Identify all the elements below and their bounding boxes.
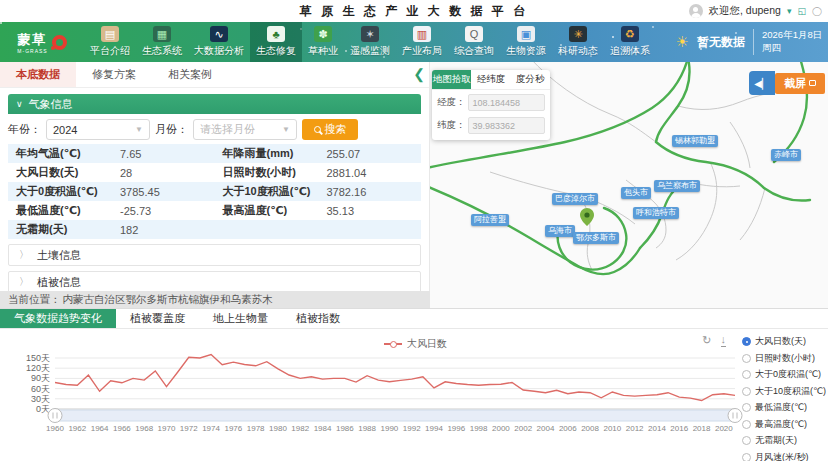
- nav-item-label: 草种业: [308, 44, 338, 58]
- nav-item-综合查询[interactable]: Q综合查询: [448, 22, 500, 62]
- fullscreen-icon[interactable]: ◱: [797, 6, 806, 16]
- logout-icon[interactable]: ◯: [812, 6, 822, 16]
- nav-item-遥感监测[interactable]: ✶遥感监测: [344, 22, 396, 62]
- map-tools: ◀▏ 截屏: [749, 71, 825, 95]
- industry-layout-icon: ▥: [413, 26, 431, 42]
- picker-tab-地图拾取[interactable]: 地图拾取: [432, 70, 471, 89]
- collapse-panel-icon[interactable]: ❮: [413, 66, 425, 82]
- map-view[interactable]: 锡林郭勒盟赤峰市乌兰察布市包头市巴彦淖尔市呼和浩特市阿拉善盟乌海市鄂尔多斯市 地…: [430, 62, 828, 308]
- radio-大于10度积温(℃)[interactable]: 大于10度积温(℃): [742, 385, 828, 398]
- region-label-呼和浩特市[interactable]: 呼和浩特市: [633, 207, 679, 219]
- titlebar-right: 欢迎您, dupeng ▾ ◱ ◯: [689, 0, 823, 22]
- logo-mark-icon: [52, 35, 67, 50]
- screenshot-button[interactable]: 截屏: [775, 73, 825, 94]
- search-button[interactable]: 搜索: [302, 119, 358, 140]
- field-cell: 大风日数(天)28: [8, 165, 215, 180]
- nav-item-产业布局[interactable]: ▥产业布局: [396, 22, 448, 62]
- chart-tab-植被指数[interactable]: 植被指数: [282, 309, 354, 328]
- location-pin-icon[interactable]: [580, 208, 594, 226]
- radio-月风速(米/秒)[interactable]: 月风速(米/秒): [742, 451, 828, 461]
- radio-最低温度(℃)[interactable]: 最低温度(℃): [742, 401, 828, 414]
- trend-line-chart[interactable]: 0天30天60天90天120天150天196019621964196619681…: [0, 343, 745, 443]
- chart-tab-地上生物量[interactable]: 地上生物量: [199, 309, 282, 328]
- radio-大风日数(天)[interactable]: 大风日数(天): [742, 335, 828, 348]
- region-label-鄂尔多斯市[interactable]: 鄂尔多斯市: [573, 232, 619, 244]
- field-value: 2881.04: [327, 167, 367, 179]
- radio-最高温度(℃)[interactable]: 最高温度(℃): [742, 418, 828, 431]
- radio-大于0度积温(℃)[interactable]: 大于0度积温(℃): [742, 368, 828, 381]
- nav-item-追溯体系[interactable]: ♻追溯体系: [604, 22, 656, 62]
- picker-tab-度分秒[interactable]: 度分秒: [511, 70, 550, 89]
- nav-item-平台介绍[interactable]: ▤平台介绍: [84, 22, 136, 62]
- radio-日照时数(小时)[interactable]: 日照时数(小时): [742, 352, 828, 365]
- region-label-巴彦淖尔市[interactable]: 巴彦淖尔市: [552, 193, 598, 205]
- region-label-乌兰察布市[interactable]: 乌兰察布市: [654, 180, 700, 192]
- radio-无霜期(天)[interactable]: 无霜期(天): [742, 434, 828, 447]
- chevron-down-icon: ▼: [282, 125, 290, 134]
- datazoom-handle-right[interactable]: [728, 409, 742, 423]
- section-植被信息[interactable]: 〉植被信息: [8, 271, 421, 293]
- grass-seed-icon: ✽: [314, 26, 332, 42]
- nav-item-label: 生物资源: [506, 44, 546, 58]
- voice-button[interactable]: ◀▏: [749, 71, 775, 95]
- x-axis-tick-label: 2002: [514, 424, 532, 433]
- weather-section-header[interactable]: ∨ 气象信息: [8, 94, 421, 114]
- picker-tabs: 地图拾取经纬度度分秒: [432, 70, 550, 90]
- nav-item-科研动态[interactable]: ✳科研动态: [552, 22, 604, 62]
- app-root: 草 原 生 态 产 业 大 数 据 平 台 欢迎您, dupeng ▾ ◱ ◯ …: [0, 0, 828, 461]
- year-select[interactable]: 2024 ▼: [46, 119, 150, 140]
- picker-tab-经纬度[interactable]: 经纬度: [471, 70, 510, 89]
- panel-tabs: 本底数据修复方案相关案例: [0, 62, 429, 88]
- nav-item-生态系统[interactable]: ▦生态系统: [136, 22, 188, 62]
- nav-item-生物资源[interactable]: ▣生物资源: [500, 22, 552, 62]
- remote-sensing-icon: ✶: [361, 26, 379, 42]
- bigdata-analysis-icon: ∿: [210, 26, 228, 42]
- nav-item-label: 生态修复: [256, 44, 296, 58]
- datazoom-handle-left[interactable]: [48, 409, 62, 423]
- x-axis-tick-label: 2006: [559, 424, 577, 433]
- field-row: 大于0度积温(℃)3785.45大于10度积温(℃)3782.16: [8, 182, 421, 201]
- month-placeholder: 请选择月份: [200, 122, 255, 137]
- theme-icon[interactable]: ▾: [787, 6, 792, 16]
- radio-label: 无霜期(天): [755, 434, 797, 447]
- chevron-down-icon: ∨: [16, 99, 23, 109]
- chart-tab-气象数据趋势变化[interactable]: 气象数据趋势变化: [0, 309, 116, 328]
- datazoom-slider[interactable]: [55, 410, 735, 421]
- titlebar: 草 原 生 态 产 业 大 数 据 平 台 欢迎您, dupeng ▾ ◱ ◯: [0, 0, 828, 22]
- region-label-乌海市[interactable]: 乌海市: [545, 225, 575, 237]
- region-label-锡林郭勒盟[interactable]: 锡林郭勒盟: [672, 135, 718, 147]
- field-value: 3785.45: [120, 186, 160, 198]
- x-axis-tick-label: 2016: [670, 424, 688, 433]
- nav-item-label: 追溯体系: [610, 44, 650, 58]
- chart-tab-植被覆盖度[interactable]: 植被覆盖度: [116, 309, 199, 328]
- month-select[interactable]: 请选择月份 ▼: [193, 119, 297, 140]
- section-土壤信息[interactable]: 〉土壤信息: [8, 244, 421, 266]
- nav-item-大数据分析[interactable]: ∿大数据分析: [188, 22, 250, 62]
- nav-item-label: 遥感监测: [350, 44, 390, 58]
- x-axis-tick-label: 1984: [314, 424, 332, 433]
- user-avatar[interactable]: [689, 4, 703, 18]
- tab-修复方案[interactable]: 修复方案: [76, 62, 152, 87]
- x-axis-tick-label: 1976: [224, 424, 242, 433]
- x-axis-tick-label: 1980: [269, 424, 287, 433]
- main-area: 本底数据修复方案相关案例 ❮ ∨ 气象信息 年份： 2024 ▼ 月份： 请选择…: [0, 62, 828, 308]
- tab-相关案例[interactable]: 相关案例: [152, 62, 228, 87]
- nav-item-生态修复[interactable]: ♣生态修复: [250, 22, 302, 62]
- location-bar: 当前位置： 内蒙古自治区鄂尔多斯市杭锦旗伊和乌素苏木: [0, 291, 430, 308]
- region-label-赤峰市[interactable]: 赤峰市: [771, 149, 801, 161]
- field-label: 最高温度(℃): [215, 203, 327, 218]
- latitude-input[interactable]: 39.983362: [468, 117, 546, 134]
- region-label-包头市[interactable]: 包头市: [621, 187, 651, 199]
- longitude-input[interactable]: 108.184458: [468, 94, 546, 111]
- field-row: 最低温度(℃)-25.73最高温度(℃)35.13: [8, 201, 421, 220]
- nav-item-草种业[interactable]: ✽草种业: [302, 22, 344, 62]
- tab-本底数据[interactable]: 本底数据: [0, 62, 76, 87]
- field-row: 年均气温(℃)7.65年降雨量(mm)255.07: [8, 144, 421, 163]
- field-cell: 年均气温(℃)7.65: [8, 146, 215, 161]
- field-label: 年降雨量(mm): [215, 146, 327, 161]
- brand-logo[interactable]: 蒙草 M-GRASS: [0, 22, 84, 62]
- radio-label: 月风速(米/秒): [755, 451, 809, 461]
- weather-sun-icon: ☀: [676, 33, 689, 51]
- region-label-阿拉善盟[interactable]: 阿拉善盟: [471, 214, 509, 226]
- latitude-field-row: 纬度： 39.983362: [432, 113, 550, 140]
